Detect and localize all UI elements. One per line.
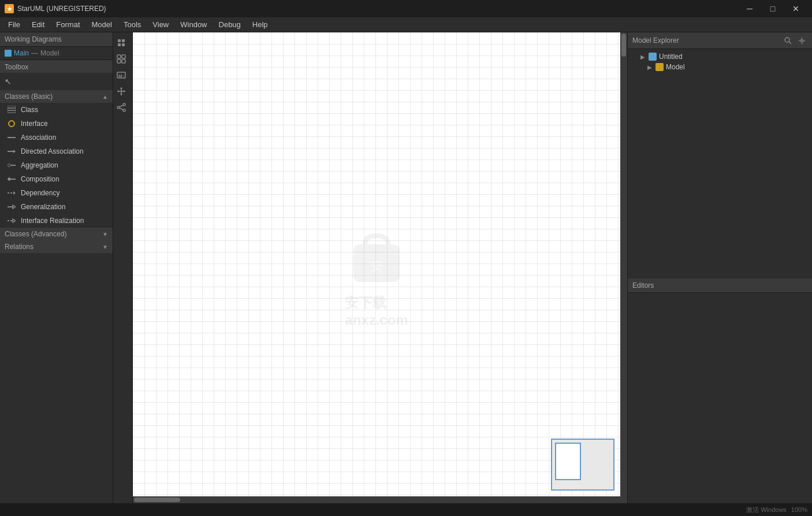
menu-file[interactable]: File [2,18,26,31]
minimize-button[interactable]: ─ [738,0,761,17]
scrollbar-thumb-v[interactable] [621,34,626,57]
svg-point-34 [123,103,125,106]
tool-interface-realization-label: Interface Realization [21,217,84,225]
interface-icon [7,119,16,128]
tool-dependency-label: Dependency [21,189,59,197]
tool-directed-association[interactable]: Directed Association [0,144,113,158]
watermark-bag-icon: 安 [342,230,411,288]
tool-association-label: Association [21,133,56,142]
class-icon [7,105,16,114]
tool-class[interactable]: Class [0,103,113,117]
svg-line-36 [120,105,123,107]
tree-expand-model[interactable]: ▶ [646,64,653,70]
svg-rect-22 [122,55,125,58]
svg-marker-12 [13,191,16,195]
svg-rect-17 [118,39,121,42]
classes-advanced-label: Classes (Advanced) [5,230,66,238]
tree-expand-untitled[interactable]: ▶ [639,53,646,60]
svg-text:安: 安 [370,260,382,273]
title-bar-left: ★ StarUML (UNREGISTERED) [5,4,106,13]
canvas-scrollbar-v[interactable] [620,32,627,503]
classes-basic-header[interactable]: Classes (Basic) ▲ [0,90,113,103]
svg-marker-30 [120,94,122,95]
menu-help[interactable]: Help [247,18,274,31]
gear-icon-btn[interactable] [796,35,807,46]
svg-rect-20 [122,43,125,46]
mini-map-viewport [555,443,581,480]
classes-advanced-header[interactable]: Classes (Advanced) ▼ [0,228,113,240]
puzzle-icon-btn[interactable] [113,35,129,51]
menu-bar: File Edit Format Model Tools View Window… [0,17,812,32]
tool-composition[interactable]: Composition [0,172,113,186]
canvas-area[interactable]: 安 安下载anxz.com [133,32,627,503]
diagram-sep: — [31,49,38,57]
relations-arrow: ▼ [102,244,108,250]
toolbox-label: Toolbox [5,63,28,71]
diagram-model: Model [40,49,59,57]
tool-association[interactable]: Association [0,131,113,144]
working-diagrams-header: Working Diagrams [0,32,113,47]
tool-dependency[interactable]: Dependency [0,186,113,200]
tool-aggregation[interactable]: Aggregation [0,158,113,172]
tool-interface[interactable]: Interface [0,117,113,131]
svg-marker-6 [13,150,16,153]
canvas-wrapper[interactable]: 安 安下载anxz.com [133,32,620,496]
svg-rect-24 [122,60,125,63]
canvas-scrollbar-h[interactable] [133,496,620,503]
svg-rect-23 [117,60,121,63]
menu-debug[interactable]: Debug [213,18,247,31]
app-icon: ★ [5,4,14,13]
grid-icon-btn[interactable] [113,51,129,67]
search-icon-btn[interactable] [782,35,794,46]
classes-advanced-arrow: ▼ [102,231,108,237]
menu-view[interactable]: View [147,18,174,31]
menu-edit[interactable]: Edit [26,18,50,31]
move-icon-btn[interactable] [113,83,129,99]
svg-text:M↓: M↓ [118,73,125,79]
tool-cursor-area[interactable]: ↖ [0,73,113,90]
tool-interface-realization[interactable]: Interface Realization [0,214,113,228]
diagram-icon [5,50,12,57]
tree-node-untitled[interactable]: ▶ Untitled [628,51,812,62]
relations-header[interactable]: Relations ▼ [0,240,113,253]
mini-map [551,439,614,491]
classes-basic-label: Classes (Basic) [5,92,53,101]
editors-panel: Editors [628,279,812,503]
dependency-icon [7,188,16,198]
svg-rect-44 [657,65,662,69]
svg-rect-2 [8,110,16,113]
title-bar-controls: ─ □ ✕ [738,0,807,17]
menu-tools[interactable]: Tools [118,18,147,31]
right-panel: Model Explorer [627,32,812,503]
svg-marker-16 [13,219,16,222]
svg-line-41 [789,42,791,44]
menu-model[interactable]: Model [86,18,118,31]
maximize-button[interactable]: □ [761,0,784,17]
svg-rect-18 [122,39,125,42]
close-button[interactable]: ✕ [784,0,807,17]
svg-point-40 [785,38,789,42]
share-icon-btn[interactable] [113,99,129,116]
diagram-item-main[interactable]: Main — Model [0,47,113,60]
tree-node-model[interactable]: ▶ Model [628,62,812,72]
tool-class-label: Class [21,106,38,114]
tool-interface-label: Interface [21,120,48,128]
canvas-bg[interactable]: 安 安下载anxz.com [133,32,620,496]
tool-generalization[interactable]: Generalization [0,200,113,214]
svg-line-37 [120,108,123,110]
tool-directed-association-label: Directed Association [21,147,84,155]
svg-marker-32 [124,90,125,92]
scrollbar-thumb-h[interactable] [134,498,180,502]
menu-window[interactable]: Window [174,18,213,31]
editors-header: Editors [628,279,812,293]
aggregation-icon [7,161,16,170]
left-panel: Working Diagrams Main — Model Toolbox ↖ … [0,32,113,503]
md-icon-btn[interactable]: M↓ [113,67,129,83]
svg-rect-1 [8,108,16,110]
menu-format[interactable]: Format [50,18,85,31]
canvas-container: M↓ [113,32,627,503]
tool-aggregation-label: Aggregation [21,161,58,169]
model-icon [655,63,664,71]
svg-rect-19 [118,43,121,46]
main-area: Working Diagrams Main — Model Toolbox ↖ … [0,32,812,503]
